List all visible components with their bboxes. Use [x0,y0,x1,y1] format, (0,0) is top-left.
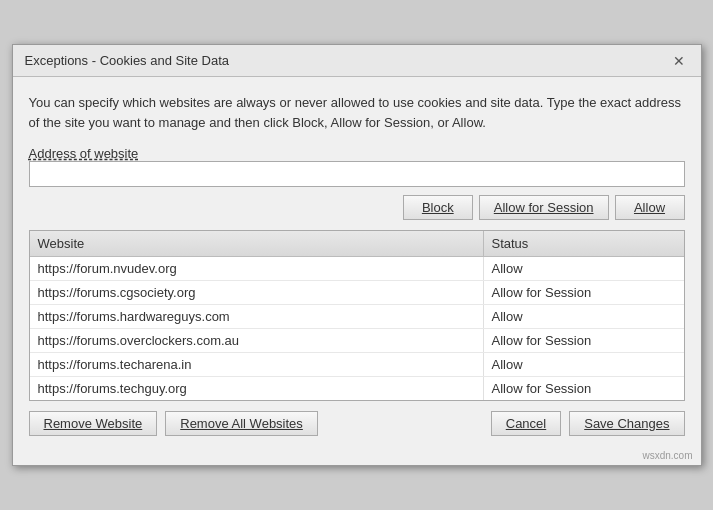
col-website-header: Website [30,231,484,256]
cell-website: https://forum.nvudev.org [30,257,484,280]
address-label: Address of website [29,146,139,161]
table-row[interactable]: https://forums.techguy.orgAllow for Sess… [30,377,684,400]
table-row[interactable]: https://forums.cgsociety.orgAllow for Se… [30,281,684,305]
table-header: Website Status [30,231,684,257]
cell-status: Allow [484,353,684,376]
remove-all-websites-button[interactable]: Remove All Websites [165,411,318,436]
allow-button[interactable]: Allow [615,195,685,220]
bottom-buttons: Remove Website Remove All Websites Cance… [29,411,685,436]
remove-website-button[interactable]: Remove Website [29,411,158,436]
close-button[interactable]: ✕ [669,54,689,68]
save-changes-button[interactable]: Save Changes [569,411,684,436]
bottom-right-buttons: Cancel Save Changes [491,411,685,436]
block-button[interactable]: Block [403,195,473,220]
cell-website: https://forums.techarena.in [30,353,484,376]
allow-session-button[interactable]: Allow for Session [479,195,609,220]
table-body[interactable]: https://forum.nvudev.orgAllowhttps://for… [30,257,684,400]
watermark: wsxdn.com [13,448,701,465]
col-status-header: Status [484,231,684,256]
action-buttons: Block Allow for Session Allow [29,195,685,220]
cell-website: https://forums.overclockers.com.au [30,329,484,352]
cancel-button[interactable]: Cancel [491,411,561,436]
dialog-title: Exceptions - Cookies and Site Data [25,53,230,68]
cell-website: https://forums.hardwareguys.com [30,305,484,328]
cell-status: Allow [484,257,684,280]
cell-status: Allow [484,305,684,328]
table-row[interactable]: https://forums.overclockers.com.auAllow … [30,329,684,353]
cell-status: Allow for Session [484,329,684,352]
cell-website: https://forums.cgsociety.org [30,281,484,304]
table-row[interactable]: https://forums.techarena.inAllow [30,353,684,377]
title-bar: Exceptions - Cookies and Site Data ✕ [13,45,701,77]
cell-status: Allow for Session [484,281,684,304]
exceptions-dialog: Exceptions - Cookies and Site Data ✕ You… [12,44,702,466]
description-text: You can specify which websites are alway… [29,93,685,132]
bottom-left-buttons: Remove Website Remove All Websites [29,411,318,436]
cell-website: https://forums.techguy.org [30,377,484,400]
dialog-body: You can specify which websites are alway… [13,77,701,448]
table-row[interactable]: https://forums.hardwareguys.comAllow [30,305,684,329]
table-row[interactable]: https://forum.nvudev.orgAllow [30,257,684,281]
address-input[interactable] [29,161,685,187]
cell-status: Allow for Session [484,377,684,400]
exceptions-table: Website Status https://forum.nvudev.orgA… [29,230,685,401]
